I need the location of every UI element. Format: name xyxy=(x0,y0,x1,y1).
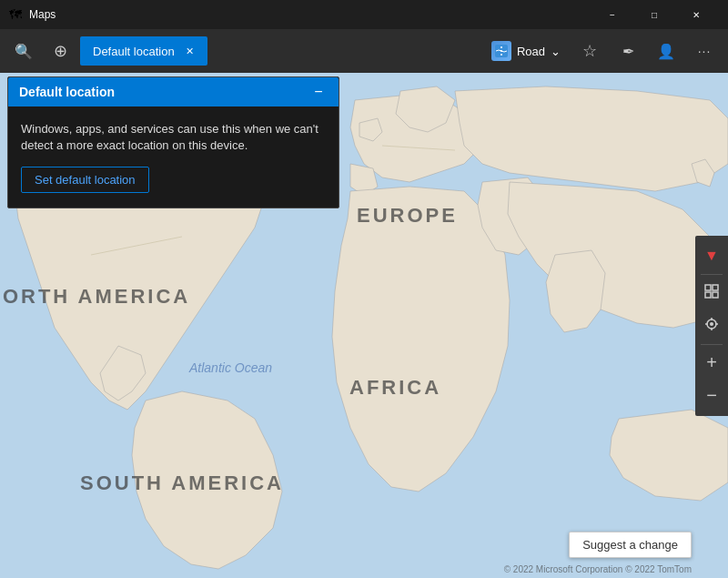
default-location-tab[interactable]: Default location ✕ xyxy=(80,36,207,66)
search-icon: 🔍 xyxy=(15,43,33,60)
panel-header: Default location − xyxy=(8,77,339,106)
favorites-icon: ☆ xyxy=(582,41,597,61)
locate-me-button[interactable] xyxy=(695,309,728,342)
svg-point-9 xyxy=(710,322,713,326)
minimize-button[interactable]: − xyxy=(592,0,633,29)
suggest-change-button[interactable]: Suggest a change xyxy=(569,532,692,558)
set-default-location-button[interactable]: Set default location xyxy=(21,167,149,193)
ink-icon: ✒ xyxy=(622,43,634,60)
toolbar-right: Road ⌄ ☆ ✒ 👤 ··· xyxy=(484,35,721,67)
more-button[interactable]: ··· xyxy=(688,35,721,67)
zoom-in-button[interactable]: + xyxy=(695,347,728,380)
road-icon xyxy=(491,41,511,61)
tab-close-icon[interactable]: ✕ xyxy=(182,43,198,59)
map-controls: ▼ xyxy=(695,236,728,416)
svg-rect-5 xyxy=(713,285,718,290)
svg-rect-4 xyxy=(705,285,711,290)
location-panel: Default location − Windows, apps, and se… xyxy=(7,76,339,208)
svg-rect-6 xyxy=(705,292,711,298)
panel-title: Default location xyxy=(19,85,115,99)
panel-body: Windows, apps, and services can use this… xyxy=(8,106,339,208)
zoom-divider xyxy=(701,344,723,345)
search-button[interactable]: 🔍 xyxy=(7,35,40,67)
window-controls: − □ ✕ xyxy=(592,0,717,29)
ink-button[interactable]: ✒ xyxy=(612,35,644,67)
grid-icon xyxy=(704,284,719,301)
toolbar: 🔍 ⊕ Default location ✕ Road ⌄ ☆ ✒ 👤 xyxy=(0,29,728,73)
copyright-text: © 2022 Microsoft Corporation © 2022 TomT… xyxy=(504,564,692,574)
profile-icon: 👤 xyxy=(657,43,675,60)
favorites-button[interactable]: ☆ xyxy=(573,35,606,67)
title-bar-left: 🗺 Maps xyxy=(9,7,56,22)
maps-icon: 🗺 xyxy=(9,7,22,22)
location-icon: ⊕ xyxy=(54,41,67,61)
more-icon: ··· xyxy=(698,44,712,58)
target-icon xyxy=(704,317,719,334)
panel-description: Windows, apps, and services can use this… xyxy=(21,121,326,154)
compass-icon: ▼ xyxy=(704,248,719,264)
app-title: Maps xyxy=(29,8,56,21)
map-area[interactable]: NORTH AMERICA EUROPE AFRICA SOUTH AMERIC… xyxy=(0,73,728,578)
grid-view-button[interactable] xyxy=(695,277,728,309)
road-view-button[interactable]: Road ⌄ xyxy=(484,37,568,65)
maximize-button[interactable]: □ xyxy=(633,0,675,29)
panel-minimize-button[interactable]: − xyxy=(309,85,328,99)
compass-button[interactable]: ▼ xyxy=(695,239,728,272)
svg-rect-7 xyxy=(713,292,718,298)
profile-button[interactable]: 👤 xyxy=(650,35,682,67)
close-button[interactable]: ✕ xyxy=(675,0,717,29)
tab-label: Default location xyxy=(93,45,175,58)
zoom-out-button[interactable]: − xyxy=(695,380,728,412)
controls-divider xyxy=(701,274,723,275)
location-button[interactable]: ⊕ xyxy=(44,35,76,67)
chevron-down-icon: ⌄ xyxy=(551,45,561,58)
road-label: Road xyxy=(517,45,545,58)
title-bar: 🗺 Maps − □ ✕ xyxy=(0,0,728,29)
